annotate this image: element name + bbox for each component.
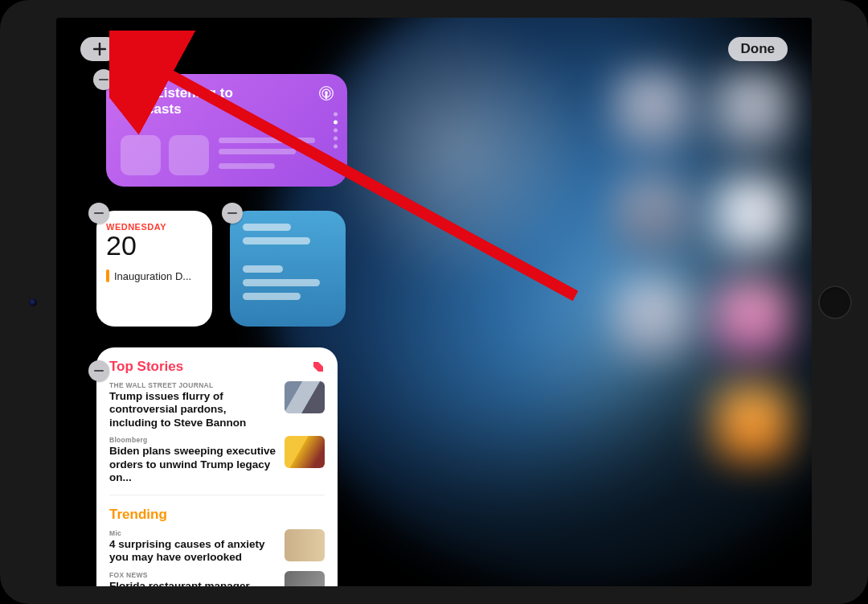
remove-widget-button[interactable]: [93, 69, 114, 90]
news-story-source: FOX NEWS: [109, 571, 276, 579]
weather-widget[interactable]: [230, 211, 346, 327]
podcasts-widget[interactable]: Start Listening to Podcasts: [106, 74, 347, 187]
calendar-event-title: Inauguration D...: [114, 270, 191, 282]
news-story-thumbnail: [285, 529, 325, 561]
screen: Done Start Listening to Podcasts: [56, 18, 812, 586]
home-button[interactable]: [818, 286, 852, 319]
news-story-headline: Florida restaurant manager calls boy sav…: [109, 580, 276, 586]
remove-widget-button[interactable]: [222, 203, 243, 224]
news-story-source: THE WALL STREET JOURNAL: [109, 381, 276, 389]
apple-news-icon: [312, 360, 325, 373]
news-story-thumbnail: [285, 381, 325, 413]
add-widget-button[interactable]: [80, 37, 119, 61]
news-story-headline: Trump issues flurry of controversial par…: [109, 390, 276, 429]
news-story-headline: 4 surprising causes of anxiety you may h…: [109, 538, 276, 565]
news-story[interactable]: FOX NEWS Florida restaurant manager call…: [109, 571, 325, 586]
news-story-source: Mic: [109, 529, 276, 537]
done-button[interactable]: Done: [728, 37, 788, 61]
news-story[interactable]: Bloomberg Biden plans sweeping executive…: [109, 436, 325, 484]
news-story-headline: Biden plans sweeping executive orders to…: [109, 445, 276, 484]
news-story[interactable]: THE WALL STREET JOURNAL Trump issues flu…: [109, 381, 325, 429]
remove-widget-button[interactable]: [88, 203, 109, 224]
widget-page-indicator: [334, 113, 338, 149]
news-widget[interactable]: Top Stories THE WALL STREET JOURNAL Trum…: [96, 347, 338, 586]
news-story-thumbnail: [285, 436, 325, 468]
today-view-widgets: Start Listening to Podcasts WEDNESDAY: [96, 74, 362, 586]
remove-widget-button[interactable]: [88, 360, 109, 381]
podcasts-icon: [318, 85, 334, 101]
calendar-day-number: 20: [106, 230, 203, 261]
podcasts-widget-title: Start Listening to Podcasts: [121, 85, 333, 118]
svg-point-2: [325, 91, 328, 94]
front-camera: [29, 298, 37, 306]
calendar-widget[interactable]: WEDNESDAY 20 Inauguration D...: [96, 211, 212, 327]
news-section-trending: Trending: [109, 507, 325, 523]
news-story-thumbnail: [285, 571, 325, 586]
news-story[interactable]: Mic 4 surprising causes of anxiety you m…: [109, 529, 325, 565]
plus-icon: [93, 43, 106, 55]
ipad-device-frame: Done Start Listening to Podcasts: [0, 0, 868, 604]
news-section-top-stories: Top Stories: [109, 359, 183, 375]
calendar-event: Inauguration D...: [106, 269, 203, 282]
event-color-bar: [106, 269, 109, 282]
news-story-source: Bloomberg: [109, 436, 276, 444]
